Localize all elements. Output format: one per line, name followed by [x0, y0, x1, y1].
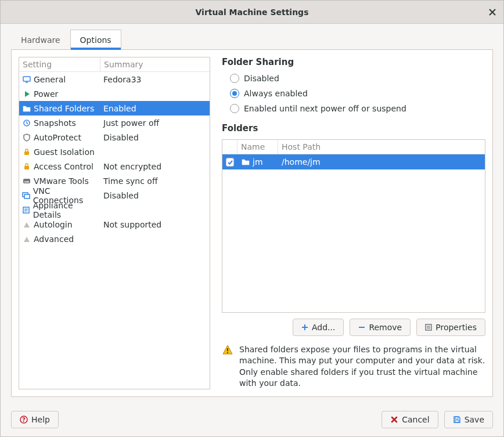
setting-label: Appliance Details	[33, 201, 98, 219]
col-check-header	[222, 140, 237, 154]
add-button[interactable]: Add...	[293, 319, 344, 336]
help-button[interactable]: ? Help	[11, 411, 59, 428]
settings-row-autoprotect[interactable]: AutoProtectDisabled	[19, 130, 210, 145]
folders-header: Name Host Path	[222, 140, 485, 154]
cancel-button[interactable]: Cancel	[381, 411, 438, 428]
shield-icon	[22, 133, 31, 142]
settings-row-general[interactable]: GeneralFedora33	[19, 72, 210, 86]
folder-checkbox[interactable]	[226, 158, 234, 167]
blank-icon	[22, 220, 31, 229]
save-label: Save	[465, 415, 484, 424]
setting-label: Access Control	[34, 162, 93, 171]
folders-table: Name Host Path jm/home/jm	[222, 139, 485, 313]
play-icon	[22, 89, 31, 99]
snapshot-icon	[22, 118, 31, 128]
folder-icon	[22, 104, 31, 113]
setting-summary: Not encrypted	[100, 162, 210, 171]
radio-label: Disabled	[244, 74, 279, 83]
blank-icon	[22, 234, 31, 244]
vnc-icon	[22, 191, 31, 200]
setting-label: VMware Tools	[34, 176, 89, 186]
settings-window: Virtual Machine Settings Hardware Option…	[0, 0, 504, 437]
svg-rect-0	[23, 77, 30, 81]
tools-icon: vm	[22, 176, 31, 186]
cancel-label: Cancel	[402, 415, 429, 424]
remove-button[interactable]: Remove	[350, 319, 411, 336]
setting-summary: Enabled	[100, 104, 210, 113]
radio-icon	[230, 74, 239, 83]
folder-buttons: Add... Remove Properties	[222, 319, 485, 336]
settings-row-snapshots[interactable]: SnapshotsJust power off	[19, 115, 210, 130]
radio-label: Enabled until next power off or suspend	[244, 104, 406, 113]
monitor-icon	[22, 75, 31, 84]
setting-summary: Not supported	[100, 220, 210, 229]
settings-row-appliance-details[interactable]: Appliance Details	[19, 203, 210, 217]
setting-label: Power	[34, 89, 58, 99]
window-title: Virtual Machine Settings	[196, 8, 309, 17]
col-path-header: Host Path	[278, 140, 485, 154]
close-button[interactable]	[487, 7, 498, 17]
radio-icon	[230, 89, 239, 98]
radio-icon	[230, 104, 239, 113]
plus-icon	[301, 324, 308, 331]
minus-icon	[358, 324, 365, 331]
setting-summary: Disabled	[100, 191, 210, 200]
folder-icon	[241, 157, 250, 167]
save-button[interactable]: Save	[444, 411, 493, 428]
radio-disabled[interactable]: Disabled	[222, 71, 485, 86]
help-icon: ?	[20, 416, 28, 424]
folder-path: /home/jm	[278, 157, 485, 167]
cancel-icon	[390, 416, 398, 424]
tab-hardware[interactable]: Hardware	[11, 30, 70, 49]
settings-row-access-control[interactable]: Access ControlNot encrypted	[19, 159, 210, 174]
tab-bar: Hardware Options	[11, 30, 493, 50]
radio-always[interactable]: Always enabled	[222, 86, 485, 101]
folder-sharing-title: Folder Sharing	[222, 57, 485, 67]
folders-title: Folders	[222, 123, 485, 133]
settings-row-guest-isolation[interactable]: Guest Isolation	[19, 145, 210, 159]
footer-right: Cancel Save	[381, 411, 493, 428]
setting-summary: Time sync off	[100, 176, 210, 186]
footer: ? Help Cancel Save	[1, 405, 503, 436]
setting-label: Guest Isolation	[34, 147, 95, 157]
save-icon	[453, 416, 461, 424]
svg-text:vm: vm	[24, 179, 29, 183]
settings-row-advanced[interactable]: Advanced	[19, 232, 210, 246]
lock-icon	[22, 162, 31, 171]
properties-icon	[425, 324, 432, 331]
col-summary-header: Summary	[100, 57, 210, 71]
radio-label: Always enabled	[244, 89, 308, 98]
properties-button[interactable]: Properties	[416, 319, 485, 336]
content-area: Hardware Options Setting Summary General…	[1, 24, 503, 405]
settings-row-shared-folders[interactable]: Shared FoldersEnabled	[19, 101, 210, 115]
settings-body: GeneralFedora33PowerShared FoldersEnable…	[19, 72, 210, 246]
setting-label: General	[34, 75, 66, 84]
appliance-icon	[22, 205, 31, 215]
panel: Setting Summary GeneralFedora33PowerShar…	[11, 50, 493, 397]
setting-label: Snapshots	[34, 118, 76, 128]
settings-row-autologin[interactable]: AutologinNot supported	[19, 217, 210, 232]
svg-rect-11	[227, 352, 228, 353]
setting-summary: Fedora33	[100, 75, 210, 84]
add-label: Add...	[312, 323, 335, 332]
settings-row-power[interactable]: Power	[19, 86, 210, 101]
lock-icon	[22, 147, 31, 157]
folder-name: jm	[253, 157, 263, 167]
folder-row[interactable]: jm/home/jm	[222, 154, 485, 169]
warning: Shared folders expose your files to prog…	[222, 344, 485, 389]
properties-label: Properties	[435, 323, 477, 332]
radio-until-off[interactable]: Enabled until next power off or suspend	[222, 101, 485, 116]
setting-label: Shared Folders	[34, 104, 94, 113]
detail-pane: Folder Sharing Disabled Always enabled E…	[222, 57, 485, 389]
svg-rect-10	[227, 348, 228, 351]
warning-icon	[222, 344, 233, 357]
setting-label: Autologin	[34, 220, 73, 229]
col-name-header: Name	[237, 140, 278, 154]
warning-text: Shared folders expose your files to prog…	[239, 344, 485, 389]
remove-label: Remove	[369, 323, 402, 332]
tabs-holder: Hardware Options Setting Summary General…	[11, 30, 493, 397]
svg-rect-7	[24, 194, 30, 198]
tab-options[interactable]: Options	[70, 30, 121, 49]
setting-summary: Disabled	[100, 133, 210, 142]
col-setting-header: Setting	[19, 57, 100, 71]
